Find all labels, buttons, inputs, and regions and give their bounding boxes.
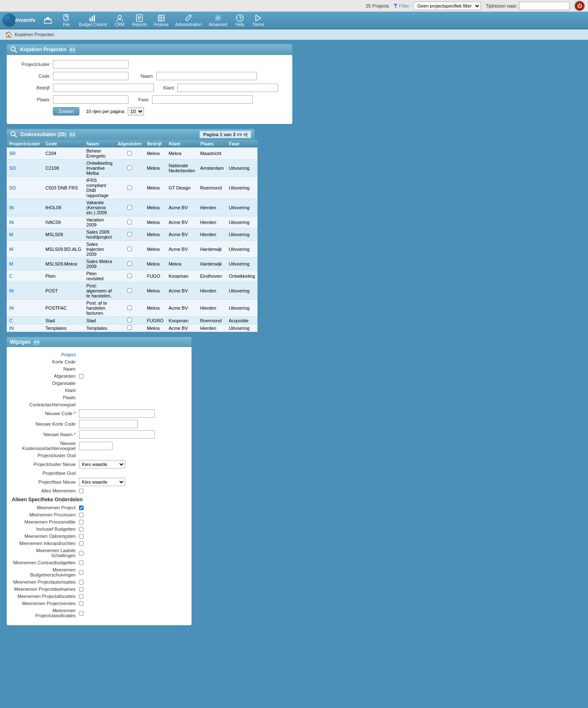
cell-afgesloten[interactable]	[115, 177, 144, 199]
cell-afgesloten[interactable]	[115, 216, 144, 229]
cell-afgesloten[interactable]	[115, 282, 144, 300]
table-row[interactable]: C Stad Stad FUGRO Koopman Roermond Acqui…	[7, 317, 257, 324]
nav-file[interactable]: File	[57, 12, 76, 29]
cell-cluster[interactable]: C	[7, 317, 43, 324]
wf-nieuwe-kostensoort-input[interactable]	[79, 442, 113, 450]
cell-cluster[interactable]: SO	[7, 160, 43, 177]
wf-checkbox-3[interactable]	[79, 527, 84, 532]
afgesloten-checkbox[interactable]	[127, 232, 132, 237]
wf-checkbox-5[interactable]	[79, 541, 84, 546]
afgesloten-checkbox[interactable]	[127, 247, 132, 251]
bedrijf-input[interactable]	[53, 84, 154, 92]
wf-checkbox-6[interactable]	[79, 551, 84, 555]
cell-afgesloten[interactable]	[115, 324, 144, 332]
nav-finance[interactable]: Finance	[150, 12, 172, 29]
wf-project-label[interactable]: Project	[12, 352, 79, 357]
afgesloten-checkbox[interactable]	[127, 220, 132, 224]
cell-afgesloten[interactable]	[115, 147, 144, 160]
nav-advanced[interactable]: Advanced	[205, 12, 231, 29]
fase-input[interactable]	[152, 95, 253, 104]
cell-cluster[interactable]: IN	[7, 282, 43, 300]
wf-checkbox-4[interactable]	[79, 534, 84, 539]
cell-cluster[interactable]: C	[7, 270, 43, 282]
nav-crm[interactable]: CRM	[110, 12, 129, 29]
cell-afgesloten[interactable]	[115, 300, 144, 317]
afgesloten-checkbox[interactable]	[127, 318, 132, 322]
afgesloten-checkbox[interactable]	[127, 185, 132, 190]
wf-nieuwe-code-input[interactable]	[79, 409, 155, 418]
table-row[interactable]: SR C204 Beheer Energetic Mekra Mekra Maa…	[7, 147, 257, 160]
cell-cluster[interactable]: IN	[7, 300, 43, 317]
table-row[interactable]: M MSLS09.Mekra Sales Mekra 2009 Mekra Me…	[7, 258, 257, 270]
plaats-input[interactable]	[53, 95, 129, 104]
code-input[interactable]	[53, 72, 129, 80]
table-row[interactable]: C Plein Plein revisited FUGO Koopman Ein…	[7, 270, 257, 282]
wf-checkbox-11[interactable]	[79, 594, 84, 599]
nav-home[interactable]	[39, 14, 57, 26]
collapse-results-button[interactable]: ∧∧	[69, 131, 76, 138]
afgesloten-checkbox[interactable]	[127, 305, 132, 310]
wf-checkbox-13[interactable]	[79, 611, 84, 616]
cell-afgesloten[interactable]	[115, 160, 144, 177]
table-row[interactable]: IN IVAC09 Vacation 2009 Mekra Acme BV Hi…	[7, 216, 257, 229]
wf-checkbox-12[interactable]	[79, 601, 84, 606]
collapse-wijzigen-button[interactable]: ∧∧	[33, 339, 40, 345]
filter-icon-label[interactable]: Filter :	[393, 3, 412, 8]
wf-checkbox-0[interactable]	[79, 505, 84, 510]
table-row[interactable]: IN IHOL09 Vakantie (Kerstmis etc.) 2009 …	[7, 199, 257, 216]
cell-cluster[interactable]: IN	[7, 324, 43, 332]
afgesloten-checkbox[interactable]	[127, 166, 132, 170]
wf-checkbox-7[interactable]	[79, 561, 84, 565]
afgesloten-checkbox[interactable]	[127, 261, 132, 266]
klant-input[interactable]	[177, 84, 278, 92]
wf-projectfase-nieuw-select[interactable]: Kies waarde	[79, 478, 125, 486]
cell-afgesloten[interactable]	[115, 199, 144, 216]
afgesloten-checkbox[interactable]	[127, 325, 132, 330]
wf-nieuwe-naam-input[interactable]	[79, 430, 155, 439]
wf-checkbox-10[interactable]	[79, 587, 84, 592]
table-row[interactable]: SO C2108 Ontwikkeling Invantive Melba Me…	[7, 160, 257, 177]
filter-select[interactable]: Geen projectspecifiek filter	[414, 2, 481, 10]
wf-afgesloten-checkbox[interactable]	[79, 374, 84, 379]
afgesloten-checkbox[interactable]	[127, 274, 132, 278]
cell-afgesloten[interactable]	[115, 241, 144, 258]
nav-administration[interactable]: Administration	[172, 12, 205, 29]
cell-cluster[interactable]: M	[7, 258, 43, 270]
cell-cluster[interactable]: IN	[7, 199, 43, 216]
table-row[interactable]: IN Templates Templates Mekra Acme BV Hie…	[7, 324, 257, 332]
table-row[interactable]: M MSLS09.BD.ALG Sales trajecten 2009 Mek…	[7, 241, 257, 258]
table-row[interactable]: M MSLS09 Sales 2009 hoofdproject Mekra A…	[7, 229, 257, 241]
cell-afgesloten[interactable]	[115, 317, 144, 324]
wf-nieuwe-korte-code-input[interactable]	[79, 420, 138, 428]
cell-afgesloten[interactable]	[115, 270, 144, 282]
nav-help[interactable]: ? Help	[231, 12, 249, 29]
cell-afgesloten[interactable]	[115, 258, 144, 270]
afgesloten-checkbox[interactable]	[127, 205, 132, 210]
cell-cluster[interactable]: SR	[7, 147, 43, 160]
cell-cluster[interactable]: M	[7, 229, 43, 241]
wf-alles-meenemen-checkbox[interactable]	[79, 489, 84, 493]
nav-budget-control[interactable]: Budget Control	[76, 12, 110, 29]
afgesloten-checkbox[interactable]	[127, 288, 132, 293]
wf-checkbox-1[interactable]	[79, 513, 84, 517]
table-row[interactable]: IN POST Post: algemeen af te handelen. M…	[7, 282, 257, 300]
wf-checkbox-2[interactable]	[79, 520, 84, 524]
wf-projectcluster-nieuw-select[interactable]: Kies waarde	[79, 460, 125, 468]
naam-input[interactable]	[156, 72, 257, 80]
wf-checkbox-8[interactable]	[79, 570, 84, 575]
cell-afgesloten[interactable]	[115, 229, 144, 241]
table-row[interactable]: IN POSTFAC Post: af te handelen facturen…	[7, 300, 257, 317]
projectcluster-input[interactable]	[53, 60, 129, 68]
table-row[interactable]: SO C503 DNB FRS IFRS compliant DNB rappo…	[7, 177, 257, 199]
collapse-search-button[interactable]: ∧∧	[69, 46, 76, 53]
cell-cluster[interactable]: IN	[7, 216, 43, 229]
cell-cluster[interactable]: M	[7, 241, 43, 258]
afgesloten-checkbox[interactable]	[127, 151, 132, 155]
power-button[interactable]: ⏻	[575, 1, 585, 11]
rows-per-page-select[interactable]: 102550	[128, 107, 144, 116]
wf-checkbox-9[interactable]	[79, 580, 84, 584]
tijdreizen-input[interactable]	[519, 2, 570, 10]
cell-cluster[interactable]: SO	[7, 177, 43, 199]
nav-demo[interactable]: Demo	[249, 12, 268, 29]
nav-reports[interactable]: Reports	[129, 12, 150, 29]
